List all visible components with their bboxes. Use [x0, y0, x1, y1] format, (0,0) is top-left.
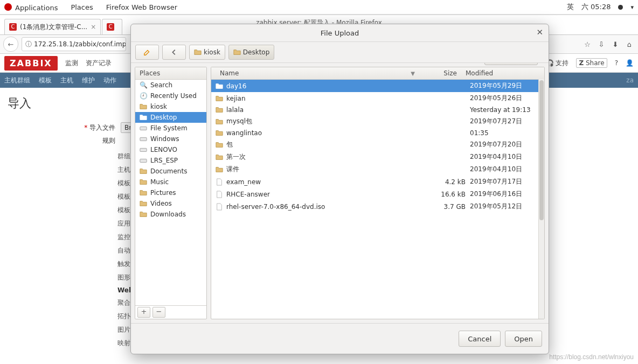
file-name: day16	[226, 82, 246, 90]
svg-rect-2	[140, 148, 147, 151]
path-segment[interactable]: kiosk	[189, 45, 225, 60]
col-modified[interactable]: Modified	[461, 69, 540, 77]
places-item[interactable]: 🕘Recently Used	[135, 90, 206, 101]
back-button[interactable]: ←	[3, 37, 18, 52]
support-link[interactable]: 🎧 支持	[546, 59, 569, 68]
file-row[interactable]: mysql包2019年07月27日	[211, 115, 544, 128]
scrollbar[interactable]	[538, 79, 544, 319]
dialog-footer: Cancel Open	[131, 323, 549, 354]
folder-icon	[216, 153, 223, 161]
add-bookmark-button[interactable]: +	[137, 307, 150, 318]
folder-icon	[216, 129, 223, 137]
system-menu-icon[interactable]: ▾	[630, 4, 634, 11]
file-modified: Yesterday at 19:13	[466, 106, 540, 114]
star-icon[interactable]: ☆	[582, 40, 593, 48]
places-item[interactable]: Desktop	[135, 112, 206, 123]
scrollbar-thumb[interactable]	[539, 80, 544, 220]
close-icon[interactable]: ✕	[536, 27, 543, 37]
file-row[interactable]: 第一次2019年04月10日	[211, 151, 544, 163]
file-row[interactable]: lalalaYesterday at 19:13	[211, 104, 544, 115]
col-size[interactable]: Size	[419, 69, 461, 77]
edit-path-button[interactable]	[135, 45, 159, 60]
places-item-label: Recently Used	[150, 92, 197, 100]
tab-label: (1条消息)文章管理-C...	[20, 23, 87, 32]
watermark-text: https://blog.csdn.net/wlnxiyou	[549, 353, 634, 361]
file-row[interactable]: wanglintao01:35	[211, 128, 544, 138]
file-row[interactable]: rhel-server-7.0-x86_64-dvd.iso3.7 GB2019…	[211, 200, 544, 213]
places-item-label: Documents	[150, 167, 187, 175]
places-item[interactable]: LENOVO	[135, 144, 206, 155]
subnav-item[interactable]: 主机群组	[4, 76, 30, 85]
file-row[interactable]: exam_new4.2 kB2019年07月17日	[211, 176, 544, 188]
gnome-activities[interactable]: Applications	[4, 3, 58, 12]
cancel-button[interactable]: Cancel	[459, 331, 501, 347]
file-row[interactable]: 课件2019年04月10日	[211, 163, 544, 176]
gnome-current-app[interactable]: Firefox Web Browser	[106, 3, 177, 11]
browser-tab[interactable]: C (1条消息)文章管理-C... ×	[4, 19, 101, 34]
share-link[interactable]: Z Share	[576, 58, 607, 68]
places-item[interactable]: Windows	[135, 134, 206, 144]
subnav-item[interactable]: 动作	[103, 76, 116, 85]
file-modified: 01:35	[466, 129, 540, 137]
remove-bookmark-button[interactable]: −	[152, 307, 165, 318]
file-modified: 2019年05月29日	[466, 81, 540, 90]
folder-icon	[233, 48, 241, 56]
zabbix-logo[interactable]: ZABBIX	[4, 56, 58, 71]
url-input[interactable]: ⓘ172.25.18.1/zabbix/conf.impo	[22, 37, 126, 51]
file-modified: 2019年07月20日	[466, 140, 540, 149]
places-item[interactable]: File System	[135, 123, 206, 134]
zabbix-menu-item[interactable]: 资产记录	[86, 59, 112, 68]
places-item[interactable]: kiosk	[135, 101, 206, 112]
home-icon[interactable]: ⌂	[624, 40, 635, 48]
places-item[interactable]: 🔍Search	[135, 80, 206, 90]
file-row[interactable]: day162019年05月29日	[211, 80, 544, 92]
places-item-label: LENOVO	[150, 146, 177, 153]
places-item[interactable]: Pictures	[135, 187, 206, 198]
browser-tab[interactable]: C	[102, 19, 122, 34]
file-row[interactable]: kejian2019年05月26日	[211, 92, 544, 104]
places-item[interactable]: Downloads	[135, 209, 206, 220]
folder-icon	[216, 106, 223, 114]
places-item-label: Desktop	[150, 114, 177, 121]
file-icon	[216, 191, 223, 198]
file-filter-select[interactable]: All Files ▼	[484, 63, 538, 65]
file-name: wanglintao	[226, 129, 262, 137]
places-item[interactable]: Documents	[135, 166, 206, 177]
folder-icon	[216, 118, 223, 125]
path-back-button[interactable]	[162, 45, 186, 60]
file-size: 16.6 kB	[432, 191, 466, 198]
file-list-header: Name▼ Size Modified	[211, 67, 544, 80]
import-file-label: 导入文件	[8, 123, 121, 132]
folder-icon	[194, 48, 202, 56]
subnav-item[interactable]: 维护	[82, 76, 95, 85]
path-segment-active[interactable]: Desktop	[228, 45, 275, 60]
download-icon[interactable]: ⬇	[610, 40, 621, 48]
file-row[interactable]: 包2019年07月20日	[211, 138, 544, 151]
user-icon[interactable]: 👤	[626, 59, 634, 67]
open-button[interactable]: Open	[505, 331, 542, 347]
clock[interactable]: 六 05:28	[581, 2, 611, 12]
ime-indicator[interactable]: 英	[567, 2, 574, 12]
places-list: 🔍Search🕘Recently UsedkioskDesktopFile Sy…	[135, 80, 206, 305]
svg-rect-0	[140, 127, 147, 130]
help-icon[interactable]: ?	[615, 59, 618, 67]
file-row[interactable]: RHCE-answer16.6 kB2019年06月16日	[211, 188, 544, 200]
file-name: mysql包	[226, 117, 252, 126]
col-name[interactable]: Name▼	[216, 69, 419, 77]
zabbix-menu-item[interactable]: 监测	[65, 59, 78, 68]
subnav-item[interactable]: 主机	[60, 76, 73, 85]
folder-icon	[216, 82, 223, 90]
sort-indicator-icon: ▼	[411, 71, 415, 76]
file-size: 4.2 kB	[432, 178, 466, 186]
places-item[interactable]: Videos	[135, 198, 206, 209]
subnav-item[interactable]: 模板	[39, 76, 52, 85]
folder-icon	[216, 95, 223, 102]
gnome-top-bar: Applications Places Firefox Web Browser …	[0, 0, 638, 15]
svg-rect-1	[140, 137, 147, 141]
pocket-icon[interactable]: ⇩	[596, 40, 607, 48]
gnome-places[interactable]: Places	[71, 3, 93, 11]
places-item[interactable]: Music	[135, 177, 206, 187]
close-tab-icon[interactable]: ×	[91, 23, 96, 31]
places-item[interactable]: LRS_ESP	[135, 155, 206, 166]
rules-label: 规则	[8, 136, 121, 145]
